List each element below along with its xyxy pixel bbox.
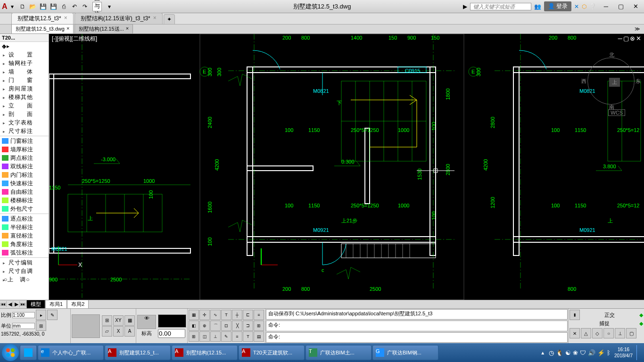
osnap-btn[interactable]: ◇ bbox=[592, 328, 603, 338]
t20-tool[interactable]: 两点标注 bbox=[0, 154, 49, 162]
filetab-arrows[interactable]: ≫ bbox=[635, 26, 640, 32]
tool-grid-btn[interactable]: ⊞ bbox=[254, 321, 264, 331]
save-icon[interactable]: 💾 bbox=[39, 2, 48, 11]
osnap-btn[interactable]: ⊥ bbox=[615, 328, 625, 338]
vp-minimize-icon[interactable]: ─ bbox=[618, 35, 622, 42]
tool-grid-btn[interactable]: ⊕ bbox=[199, 321, 210, 331]
t20-item[interactable]: 文字表格 bbox=[0, 118, 49, 127]
doc-tab-1[interactable]: 别墅结构(12.15送审)_t3_t3* × bbox=[74, 13, 163, 24]
minimize-icon[interactable]: ─ bbox=[599, 3, 612, 10]
osnap-btn[interactable]: ○ bbox=[603, 328, 614, 338]
t20-expand-icon[interactable]: ◆▸ bbox=[0, 42, 49, 50]
t20-item[interactable]: 尺寸标注 bbox=[0, 127, 49, 135]
tool-grid-btn[interactable]: ◫ bbox=[199, 331, 210, 342]
view-cube[interactable]: 北 南 东 西 上 bbox=[587, 58, 635, 105]
tool-btn[interactable]: ▦ bbox=[124, 315, 135, 326]
new-tab-button[interactable]: ✦ bbox=[164, 14, 175, 24]
vp-maximize-icon[interactable]: ▢ bbox=[623, 35, 629, 42]
t20-tool[interactable]: 墙厚标注 bbox=[0, 145, 49, 154]
close-tab-icon[interactable]: × bbox=[153, 15, 157, 23]
file-tab-1[interactable]: 别墅结构(12.15送... × bbox=[74, 24, 133, 34]
clock[interactable]: 16:16 2018/4/7 bbox=[614, 346, 633, 359]
tray-icon[interactable]: 🛡 bbox=[580, 349, 586, 356]
tool-grid-btn[interactable]: ╳ bbox=[232, 321, 242, 331]
file-tab-0[interactable]: 别墅建筑12.5_t3.dwg × bbox=[11, 24, 74, 34]
tray-icon[interactable]: ⚡ bbox=[597, 349, 605, 356]
taskbar-item[interactable]: e个人中心_广联... bbox=[38, 345, 104, 360]
snap-on-icon[interactable]: ◆ bbox=[639, 321, 643, 327]
t20-tool[interactable]: 外包尺寸 bbox=[0, 205, 49, 213]
start-button[interactable] bbox=[2, 344, 19, 361]
t20-tool[interactable]: 逐点标注 bbox=[0, 214, 49, 223]
tool-grid-btn[interactable]: T bbox=[243, 331, 253, 342]
tool-grid-btn[interactable]: ┼ bbox=[232, 310, 242, 320]
vp-close-icon[interactable]: ✕ bbox=[636, 35, 641, 42]
unit-input[interactable] bbox=[12, 323, 35, 329]
community-icon[interactable]: 👥 bbox=[534, 3, 541, 10]
t20-item[interactable]: 剖 面 bbox=[0, 110, 49, 118]
undo-icon[interactable]: ↶ bbox=[70, 2, 79, 11]
print-icon[interactable]: ⎙ bbox=[59, 2, 69, 11]
saveas-icon[interactable]: 💾 bbox=[49, 2, 58, 11]
show-desktop-button[interactable] bbox=[636, 345, 640, 360]
command-input[interactable] bbox=[280, 333, 565, 342]
tool-btn[interactable]: ⊞ bbox=[102, 315, 112, 326]
scale-btn[interactable]: ✎ bbox=[47, 310, 58, 320]
t20-tool[interactable]: 自由标注 bbox=[0, 188, 49, 196]
scale-input[interactable] bbox=[12, 312, 35, 318]
drawing-viewport[interactable]: [-][俯视][二维线框] ─ ▢ ⊗ ✕ 北 南 东 西 上 WCS .wal… bbox=[49, 34, 644, 300]
layout-tab-2[interactable]: 布局2 bbox=[67, 300, 89, 309]
taskbar-item[interactable]: T广联达BIM土... bbox=[305, 345, 372, 360]
tray-icon[interactable]: ☯ bbox=[565, 349, 571, 356]
t20-item[interactable]: ○上 调○ bbox=[0, 275, 49, 284]
tool-btn[interactable]: ▱ bbox=[102, 326, 112, 337]
tool-grid-btn[interactable]: ⌒ bbox=[210, 321, 221, 331]
layer-preview[interactable] bbox=[72, 314, 100, 338]
tool-grid-btn[interactable]: ≡ bbox=[232, 331, 242, 342]
scale-btn[interactable]: ▸ bbox=[36, 310, 46, 320]
taskbar-item[interactable]: G广联达BIM钢... bbox=[372, 345, 438, 360]
t20-item[interactable]: 门 窗 bbox=[0, 76, 49, 84]
cloud-icon[interactable]: ⬡ bbox=[582, 3, 586, 10]
layout-tab-1[interactable]: 布局1 bbox=[45, 300, 67, 309]
dropdown-arrow-icon[interactable]: ▾ bbox=[105, 2, 114, 11]
t20-item[interactable]: 立 面 bbox=[0, 101, 49, 110]
tool-grid-btn[interactable]: ▦ bbox=[189, 310, 199, 320]
search-go-icon[interactable]: ▶ bbox=[463, 3, 467, 10]
t20-item[interactable]: 尺寸编辑 bbox=[0, 258, 49, 267]
tool-grid-btn[interactable]: ⊐ bbox=[243, 321, 253, 331]
close-filetab-icon[interactable]: × bbox=[126, 25, 129, 33]
t20-tool[interactable]: 楼梯标注 bbox=[0, 196, 49, 205]
t20-tool[interactable]: 半径标注 bbox=[0, 223, 49, 231]
tray-icon[interactable]: 🐧 bbox=[556, 349, 563, 356]
tray-icon[interactable]: 🔊 bbox=[588, 349, 595, 356]
tool-grid-btn[interactable]: ◧ bbox=[189, 321, 199, 331]
tray-icon[interactable]: ◷ bbox=[549, 349, 554, 356]
osnap-btn[interactable]: ✕ bbox=[570, 328, 580, 338]
view-label[interactable]: [-][俯视][二维线框] bbox=[52, 35, 97, 43]
taskbar-pinned[interactable] bbox=[20, 345, 37, 360]
maximize-icon[interactable]: ▢ bbox=[614, 3, 627, 10]
open-icon[interactable]: 📂 bbox=[28, 2, 38, 11]
t20-tool[interactable]: 内门标注 bbox=[0, 171, 49, 179]
new-icon[interactable]: 🗋 bbox=[18, 2, 27, 11]
tool-grid-btn[interactable]: ⊞ bbox=[189, 331, 199, 342]
tool-btn[interactable]: A bbox=[124, 326, 135, 337]
tool-grid-btn[interactable]: T bbox=[221, 310, 231, 320]
tool-grid-btn[interactable]: ⊡ bbox=[221, 321, 231, 331]
search-input[interactable] bbox=[470, 3, 531, 10]
t20-item[interactable]: 尺寸自调 bbox=[0, 267, 49, 275]
login-button[interactable]: 👤 登录 bbox=[544, 1, 571, 11]
tool-grid-btn[interactable]: ✢ bbox=[199, 310, 210, 320]
ortho-on-icon[interactable]: ◆ bbox=[639, 312, 643, 318]
wcs-label[interactable]: WCS bbox=[608, 109, 625, 116]
tray-expand-icon[interactable]: ▲ bbox=[540, 350, 545, 355]
menu-app-icon[interactable]: ▾ bbox=[8, 2, 17, 11]
taskbar-item[interactable]: A别墅结构(12.15... bbox=[172, 345, 238, 360]
tool-grid-btn[interactable]: ⊏ bbox=[243, 310, 253, 320]
clean-screen-button[interactable]: ▢ bbox=[626, 328, 636, 338]
workspace-dropdown[interactable]: 草图与注释 bbox=[92, 2, 102, 11]
layout-tab-model[interactable]: 模型 bbox=[26, 300, 45, 309]
t20-tool[interactable]: 双线标注 bbox=[0, 162, 49, 171]
unit-btn[interactable]: ⊞ bbox=[36, 321, 46, 331]
